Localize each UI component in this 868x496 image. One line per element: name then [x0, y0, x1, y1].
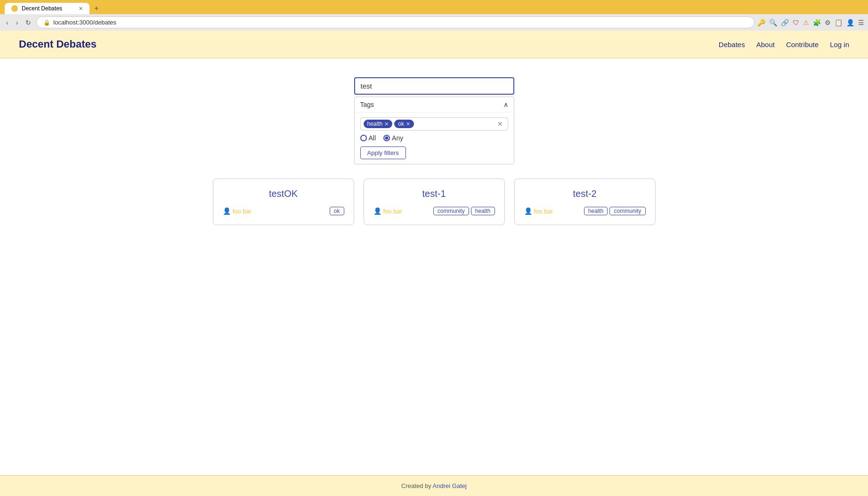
- debates-grid: testOK 👤 foo.bar ok test-1 👤 foo.bar: [105, 179, 764, 225]
- nav-contribute[interactable]: Contribute: [786, 41, 819, 49]
- extension-icon-1[interactable]: 🧩: [813, 19, 821, 26]
- browser-tab-bar: Decent Debates ✕ +: [5, 3, 863, 14]
- radio-any[interactable]: Any: [383, 134, 403, 142]
- browser-tab-active[interactable]: Decent Debates ✕: [5, 3, 89, 14]
- user-icon-test1: 👤: [373, 207, 381, 215]
- tag-chip-health-label: health: [367, 121, 383, 127]
- app-footer: Created by Andrei Gatej: [0, 475, 868, 496]
- tags-body: health ✕ ok ✕ ✕ All: [355, 112, 514, 164]
- tags-label: Tags: [360, 101, 374, 108]
- tab-favicon: [11, 5, 18, 12]
- shield-icon: 🛡: [793, 19, 799, 26]
- back-button[interactable]: ‹: [4, 18, 11, 27]
- author-name-test2: foo.bar: [534, 208, 553, 215]
- apply-filters-button[interactable]: Apply filters: [360, 146, 406, 159]
- footer-author-link[interactable]: Andrei Gatej: [433, 482, 467, 489]
- radio-all-label: All: [369, 134, 376, 142]
- alert-icon: ⚠: [803, 19, 809, 26]
- debate-tags-test1: community health: [433, 207, 495, 215]
- debate-tags-testOK: ok: [330, 207, 344, 215]
- debate-tags-test2: health community: [584, 207, 646, 215]
- tags-header[interactable]: Tags: [355, 97, 514, 112]
- tag-chip-ok[interactable]: ok ✕: [394, 120, 414, 128]
- debate-tag-ok: ok: [330, 207, 344, 215]
- tab-close-button[interactable]: ✕: [79, 6, 83, 12]
- lock-icon: 🔒: [43, 19, 50, 26]
- author-name-testOK: foo.bar: [233, 208, 251, 215]
- debate-tag-community-1: community: [433, 207, 469, 215]
- tags-chevron-icon: [503, 101, 508, 108]
- extension-icon-2[interactable]: ⚙: [825, 19, 831, 26]
- debate-tag-health-1: health: [471, 207, 495, 215]
- tab-title: Decent Debates: [22, 5, 62, 12]
- new-tab-button[interactable]: +: [91, 3, 101, 14]
- debate-card-test2[interactable]: test-2 👤 foo.bar health community: [514, 179, 656, 225]
- app-header: Decent Debates Debates About Contribute …: [0, 31, 868, 58]
- debate-title-test2: test-2: [524, 188, 646, 199]
- zoom-icon: 🔍: [769, 19, 777, 26]
- tags-clear-button[interactable]: ✕: [495, 120, 505, 128]
- debate-card-footer-test1: 👤 foo.bar community health: [373, 207, 495, 215]
- user-icon-testOK: 👤: [223, 207, 231, 215]
- nav-login[interactable]: Log in: [830, 41, 849, 49]
- debate-card-footer-test2: 👤 foo.bar health community: [524, 207, 646, 215]
- browser-chrome: Decent Debates ✕ +: [0, 0, 868, 14]
- extension-icon-3[interactable]: 📋: [835, 19, 843, 26]
- radio-all[interactable]: All: [360, 134, 376, 142]
- debate-author-testOK: 👤 foo.bar: [223, 207, 251, 215]
- address-bar[interactable]: 🔒 localhost:3000/debates: [36, 16, 754, 28]
- main-content: Tags health ✕ ok ✕ ✕: [0, 58, 868, 475]
- user-icon-test2: 👤: [524, 207, 532, 215]
- app-title: Decent Debates: [19, 38, 97, 50]
- debate-tag-community-2: community: [609, 207, 645, 215]
- debate-author-test1: 👤 foo.bar: [373, 207, 402, 215]
- toolbar-icons: 🔑 🔍 🔗 🛡 ⚠ 🧩 ⚙ 📋 👤 ☰: [757, 19, 864, 26]
- search-section: Tags health ✕ ok ✕ ✕: [354, 77, 514, 164]
- menu-icon[interactable]: ☰: [858, 19, 864, 26]
- tags-input-row[interactable]: health ✕ ok ✕ ✕: [360, 117, 508, 130]
- refresh-button[interactable]: ↻: [23, 18, 33, 27]
- debate-author-test2: 👤 foo.bar: [524, 207, 553, 215]
- tag-filter-row: All Any: [360, 134, 508, 142]
- tag-chip-health[interactable]: health ✕: [364, 120, 393, 128]
- share-icon: 🔗: [781, 19, 789, 26]
- tag-chip-ok-label: ok: [398, 121, 404, 127]
- debate-tag-health-2: health: [584, 207, 608, 215]
- tags-dropdown: Tags health ✕ ok ✕ ✕: [354, 97, 514, 164]
- app-nav: Debates About Contribute Log in: [719, 41, 849, 49]
- radio-all-circle: [360, 135, 367, 141]
- debate-card-testOK[interactable]: testOK 👤 foo.bar ok: [213, 179, 354, 225]
- nav-about[interactable]: About: [756, 41, 775, 49]
- debate-card-test1[interactable]: test-1 👤 foo.bar community health: [364, 179, 505, 225]
- address-text: localhost:3000/debates: [53, 19, 116, 26]
- footer-text: Created by: [401, 482, 433, 489]
- debate-title-test1: test-1: [373, 188, 495, 199]
- debate-card-footer-testOK: 👤 foo.bar ok: [223, 207, 344, 215]
- tag-chip-health-remove[interactable]: ✕: [384, 121, 389, 127]
- forward-button[interactable]: ›: [14, 18, 21, 27]
- search-input[interactable]: [354, 77, 514, 95]
- author-name-test1: foo.bar: [383, 208, 402, 215]
- radio-any-label: Any: [392, 134, 403, 142]
- browser-toolbar: ‹ › ↻ 🔒 localhost:3000/debates 🔑 🔍 🔗 🛡 ⚠…: [0, 14, 868, 31]
- profile-icon[interactable]: 👤: [846, 19, 854, 26]
- nav-debates[interactable]: Debates: [719, 41, 745, 49]
- radio-any-circle: [383, 135, 390, 141]
- key-icon: 🔑: [757, 19, 765, 26]
- tag-chip-ok-remove[interactable]: ✕: [406, 121, 410, 127]
- debate-title-testOK: testOK: [223, 188, 344, 199]
